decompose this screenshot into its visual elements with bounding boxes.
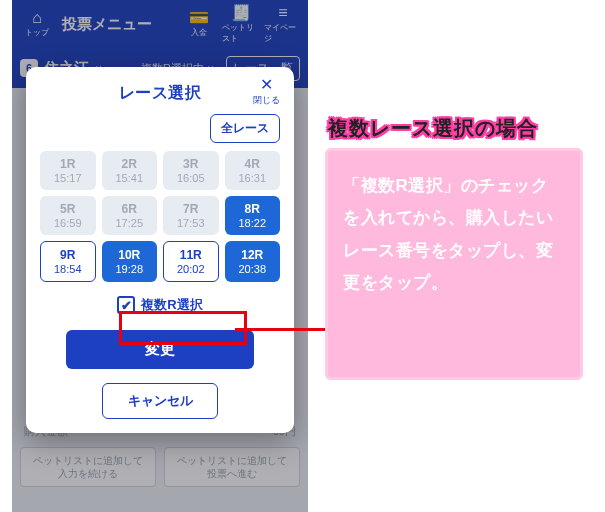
race-time: 18:54 (41, 263, 95, 275)
race-cell-7R: 7R17:53 (163, 196, 219, 235)
race-number: 1R (40, 157, 96, 171)
race-number: 12R (225, 248, 281, 262)
modal-title: レース選択 (119, 84, 202, 101)
multi-select-label: 複数R選択 (141, 296, 202, 314)
race-time: 15:17 (40, 172, 96, 184)
race-time: 15:41 (102, 172, 158, 184)
race-number: 10R (102, 248, 158, 262)
race-time: 17:53 (163, 217, 219, 229)
highlight-connector (235, 328, 325, 331)
race-cell-11R[interactable]: 11R20:02 (163, 241, 219, 282)
close-icon: ✕ (260, 77, 273, 93)
race-time: 16:05 (163, 172, 219, 184)
race-cell-1R: 1R15:17 (40, 151, 96, 190)
race-cell-5R: 5R16:59 (40, 196, 96, 235)
callout-title: 複数レース選択の場合 (328, 115, 538, 142)
race-number: 7R (163, 202, 219, 216)
race-number: 8R (225, 202, 281, 216)
race-number: 4R (225, 157, 281, 171)
callout-body: 「複数R選択」のチェックを入れてから、購入したいレース番号をタップし、変更をタッ… (325, 148, 583, 380)
race-time: 16:31 (225, 172, 281, 184)
cancel-button[interactable]: キャンセル (102, 383, 217, 419)
race-number: 11R (164, 248, 218, 262)
race-cell-10R[interactable]: 10R19:28 (102, 241, 158, 282)
race-time: 18:22 (225, 217, 281, 229)
race-cell-12R[interactable]: 12R20:38 (225, 241, 281, 282)
race-cell-6R: 6R17:25 (102, 196, 158, 235)
race-number: 9R (41, 248, 95, 262)
race-time: 19:28 (102, 263, 158, 275)
race-number: 6R (102, 202, 158, 216)
multi-select-checkbox[interactable]: ✔ 複数R選択 (109, 292, 210, 318)
race-cell-8R[interactable]: 8R18:22 (225, 196, 281, 235)
race-number: 5R (40, 202, 96, 216)
race-cell-4R: 4R16:31 (225, 151, 281, 190)
race-number: 3R (163, 157, 219, 171)
race-time: 20:38 (225, 263, 281, 275)
race-time: 17:25 (102, 217, 158, 229)
phone-screen: ⌂ トップ 投票メニュー 💳 入金 🧾 ペットリスト ≡ マイページ 6 住之江… (12, 0, 308, 512)
race-cell-3R: 3R16:05 (163, 151, 219, 190)
change-button[interactable]: 変更 (66, 330, 253, 369)
race-cell-2R: 2R15:41 (102, 151, 158, 190)
all-races-button[interactable]: 全レース (210, 114, 280, 143)
race-time: 20:02 (164, 263, 218, 275)
race-time: 16:59 (40, 217, 96, 229)
race-grid: 1R15:172R15:413R16:054R16:315R16:596R17:… (40, 151, 280, 282)
race-select-modal: レース選択 ✕ 閉じる 全レース 1R15:172R15:413R16:054R… (26, 67, 294, 433)
race-cell-9R[interactable]: 9R18:54 (40, 241, 96, 282)
checkbox-icon: ✔ (117, 296, 135, 314)
close-button[interactable]: ✕ 閉じる (253, 77, 280, 107)
close-label: 閉じる (253, 94, 280, 107)
check-icon: ✔ (121, 299, 132, 312)
race-number: 2R (102, 157, 158, 171)
